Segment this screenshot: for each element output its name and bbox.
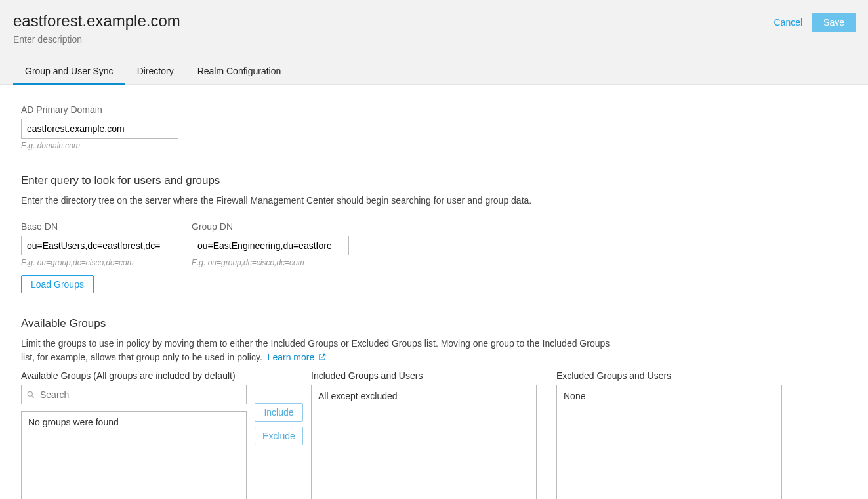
base-dn-hint: E.g. ou=group,dc=cisco,dc=com: [21, 258, 178, 267]
included-groups-listbox[interactable]: All except excluded: [311, 385, 537, 499]
available-groups-desc: Limit the groups to use in policy by mov…: [21, 337, 611, 364]
base-dn-label: Base DN: [21, 221, 178, 232]
available-groups-search-input[interactable]: [21, 385, 247, 404]
learn-more-text: Learn more: [268, 351, 315, 364]
included-groups-text: All except excluded: [318, 391, 398, 401]
svg-point-0: [28, 391, 32, 396]
exclude-button[interactable]: Exclude: [255, 427, 303, 445]
save-button[interactable]: Save: [812, 13, 856, 32]
query-section-title: Enter query to look for users and groups: [21, 174, 855, 187]
excluded-groups-label: Excluded Groups and Users: [556, 370, 782, 381]
ad-primary-domain-input[interactable]: [21, 119, 178, 139]
tab-bar: Group and User Sync Directory Realm Conf…: [13, 59, 855, 84]
external-link-icon: [318, 353, 327, 362]
page-subtitle[interactable]: Enter description: [13, 34, 855, 45]
tab-realm-configuration[interactable]: Realm Configuration: [186, 59, 293, 84]
ad-primary-domain-label: AD Primary Domain: [21, 104, 855, 115]
ad-primary-domain-hint: E.g. domain.com: [21, 141, 855, 150]
svg-line-1: [32, 396, 34, 398]
include-button[interactable]: Include: [255, 403, 303, 422]
tab-group-user-sync[interactable]: Group and User Sync: [13, 59, 125, 84]
group-dn-label: Group DN: [192, 221, 349, 232]
available-groups-title: Available Groups: [21, 317, 855, 330]
excluded-groups-listbox[interactable]: None: [556, 385, 782, 499]
available-groups-col-label: Available Groups (All groups are include…: [21, 370, 247, 381]
available-groups-listbox[interactable]: No groups were found: [21, 411, 247, 499]
group-dn-hint: E.g. ou=group,dc=cisco,dc=com: [192, 258, 349, 267]
group-dn-input[interactable]: [192, 236, 349, 255]
base-dn-input[interactable]: [21, 236, 178, 255]
learn-more-link[interactable]: Learn more: [268, 351, 327, 364]
page-title: eastforest.example.com: [13, 12, 855, 30]
load-groups-button[interactable]: Load Groups: [21, 275, 94, 293]
included-groups-label: Included Groups and Users: [311, 370, 537, 381]
search-icon: [26, 390, 35, 399]
query-section-desc: Enter the directory tree on the server w…: [21, 194, 611, 207]
cancel-button[interactable]: Cancel: [774, 17, 802, 28]
tab-directory[interactable]: Directory: [125, 59, 186, 84]
excluded-groups-text: None: [564, 391, 585, 401]
available-groups-empty-text: No groups were found: [28, 417, 119, 427]
